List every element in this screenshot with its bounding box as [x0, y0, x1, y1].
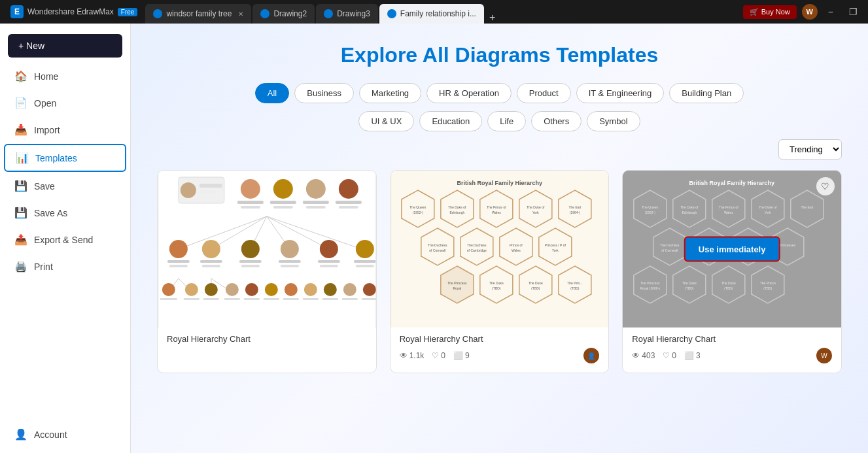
buy-now-button[interactable]: 🛒 Buy Now	[743, 5, 797, 19]
filter-life[interactable]: Life	[487, 111, 526, 131]
svg-text:British Royal Family Hierarchy: British Royal Family Hierarchy	[457, 180, 542, 186]
sidebar-item-home[interactable]: 🏠 Home	[4, 63, 126, 89]
explore-title: Explore All Diagrams Templates	[157, 43, 842, 67]
sidebar: + New 🏠 Home 📄 Open 📥 Import 📊 Templates…	[0, 24, 131, 453]
add-tab-button[interactable]: +	[485, 12, 499, 24]
svg-rect-6	[237, 201, 264, 204]
svg-text:Princess / P of: Princess / P of	[544, 243, 566, 247]
sidebar-label-import: Import	[34, 125, 60, 135]
minimize-button[interactable]: −	[823, 5, 839, 18]
svg-text:The Duke of: The Duke of	[681, 205, 699, 209]
filter-product[interactable]: Product	[517, 83, 571, 103]
card-2-title: Royal Hierarchy Chart	[400, 334, 600, 344]
svg-text:Edinburgh: Edinburgh	[449, 210, 464, 214]
svg-rect-52	[224, 298, 240, 300]
sidebar-item-save-as[interactable]: 💾 Save As	[4, 200, 126, 226]
svg-text:The Duchess: The Duchess	[660, 243, 680, 247]
svg-point-53	[245, 283, 258, 296]
filter-row-1: All Business Marketing HR & Operation Pr…	[157, 83, 842, 103]
tabs-container: windsor family tree ✕ Drawing2 Drawing3 …	[145, 0, 740, 24]
svg-rect-7	[241, 206, 260, 209]
svg-text:Royal (2006-): Royal (2006-)	[640, 286, 661, 290]
filter-symbol[interactable]: Symbol	[587, 111, 640, 131]
svg-text:The Duke: The Duke	[721, 281, 736, 285]
tab-icon-drawing3	[324, 9, 333, 18]
svg-text:(TBD): (TBD)	[570, 286, 580, 290]
svg-point-5	[241, 179, 260, 199]
tab-label-windsor: windsor family tree	[166, 9, 232, 18]
svg-text:Edinburgh: Edinburgh	[682, 210, 697, 214]
tab-drawing2[interactable]: Drawing2	[252, 4, 315, 24]
filter-all[interactable]: All	[255, 83, 289, 103]
svg-text:The Prince of: The Prince of	[487, 205, 506, 209]
tab-family[interactable]: Family relationship i...	[379, 4, 484, 24]
svg-point-32	[281, 240, 299, 258]
svg-point-55	[265, 283, 278, 296]
use-immediately-button[interactable]: Use immediately	[684, 237, 780, 262]
svg-text:The Duke: The Duke	[682, 281, 697, 285]
card-3-info: Royal Hierarchy Chart 👁 403 ♡ 0 ⬜ 3 W	[623, 327, 841, 373]
svg-point-8	[273, 179, 293, 199]
user-avatar[interactable]: W	[802, 4, 818, 20]
svg-text:(TBD): (TBD)	[724, 286, 733, 290]
free-badge: Free	[118, 8, 138, 16]
svg-text:Prince of: Prince of	[510, 243, 523, 247]
svg-text:Wales: Wales	[724, 210, 733, 214]
card-1[interactable]: Royal Hierarchy Chart	[157, 170, 377, 373]
svg-rect-34	[281, 265, 299, 267]
new-button[interactable]: + New	[8, 34, 122, 58]
filter-it[interactable]: IT & Engineering	[576, 83, 665, 103]
sidebar-item-account[interactable]: 👤 Account	[4, 422, 126, 447]
filter-ui[interactable]: UI & UX	[358, 111, 414, 131]
app-name: Wondershare EdrawMax	[27, 7, 114, 16]
tab-windsor[interactable]: windsor family tree ✕	[145, 4, 251, 24]
card-3[interactable]: British Royal Family Hierarchy The Queen…	[622, 170, 842, 373]
svg-rect-16	[339, 206, 358, 209]
sidebar-item-templates[interactable]: 📊 Templates	[4, 144, 126, 172]
open-icon: 📄	[14, 97, 27, 109]
sidebar-item-import[interactable]: 📥 Import	[4, 117, 126, 143]
svg-rect-10	[273, 206, 293, 209]
trending-select[interactable]: Trending Latest Popular	[778, 139, 842, 159]
maximize-button[interactable]: ❐	[844, 5, 863, 18]
filter-building[interactable]: Building Plan	[669, 83, 744, 103]
tab-close-windsor[interactable]: ✕	[238, 10, 243, 18]
card-3-avatar: W	[816, 348, 832, 363]
svg-rect-33	[279, 260, 301, 263]
main-layout: + New 🏠 Home 📄 Open 📥 Import 📊 Templates…	[0, 24, 868, 453]
filter-business[interactable]: Business	[294, 83, 354, 103]
sidebar-item-open[interactable]: 📄 Open	[4, 90, 126, 116]
svg-rect-66	[362, 298, 376, 300]
card-3-title: Royal Hierarchy Chart	[632, 334, 832, 344]
sidebar-item-save[interactable]: 💾 Save	[4, 173, 126, 199]
svg-text:York: York	[765, 210, 771, 214]
card-3-heart-button[interactable]: ♡	[816, 177, 835, 195]
sidebar-label-print: Print	[34, 261, 53, 272]
filter-others[interactable]: Others	[531, 111, 582, 131]
sidebar-item-print[interactable]: 🖨️ Print	[4, 254, 126, 279]
filter-marketing[interactable]: Marketing	[359, 83, 421, 103]
tab-label-family: Family relationship i...	[400, 9, 476, 18]
import-icon: 📥	[14, 124, 27, 136]
svg-text:The Duke: The Duke	[489, 281, 504, 285]
svg-text:(TBD): (TBD)	[763, 286, 773, 290]
svg-text:The Duchess: The Duchess	[428, 243, 447, 247]
svg-text:The Duke of: The Duke of	[527, 205, 545, 209]
svg-point-23	[169, 240, 188, 258]
svg-rect-3	[200, 184, 222, 188]
tab-drawing3[interactable]: Drawing3	[316, 4, 378, 24]
svg-rect-39	[354, 260, 376, 263]
svg-text:(1952-): (1952-)	[412, 210, 423, 214]
svg-text:The Princess: The Princess	[641, 281, 661, 285]
filter-hr[interactable]: HR & Operation	[426, 83, 512, 103]
card-1-thumbnail	[158, 171, 376, 327]
svg-text:The Earl: The Earl	[568, 205, 581, 209]
svg-text:The Duke: The Duke	[529, 281, 543, 285]
card-2-stats: 👁 1.1k ♡ 0 ⬜ 9 👤	[400, 348, 600, 363]
card-2[interactable]: British Royal Family Hierarchy The Queen…	[390, 170, 610, 373]
svg-rect-37	[320, 265, 338, 267]
card-3-likes: ♡ 0	[663, 351, 676, 360]
svg-rect-4	[200, 190, 216, 193]
filter-education[interactable]: Education	[419, 111, 482, 131]
sidebar-item-export[interactable]: 📤 Export & Send	[4, 227, 126, 252]
